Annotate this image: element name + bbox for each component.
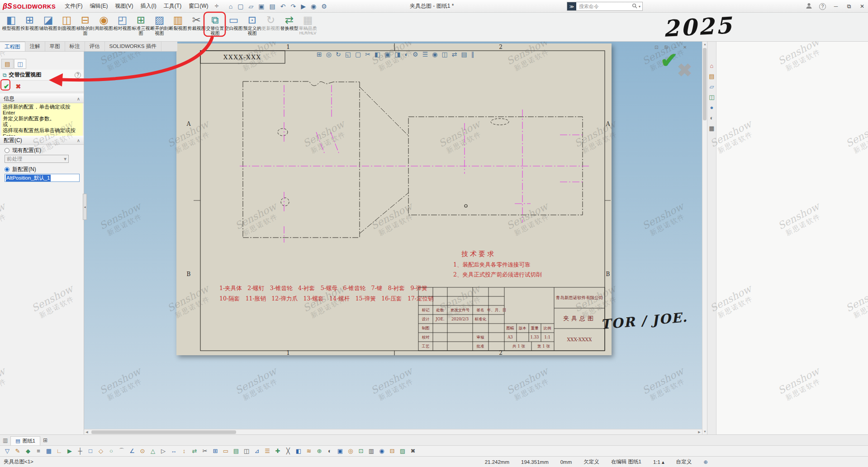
toolbar-icon[interactable]: ↕ <box>180 448 188 454</box>
toolbar-icon[interactable]: ≋ <box>305 448 313 454</box>
radio-unselected-icon[interactable] <box>5 148 9 153</box>
ribbon-button[interactable]: ▥ 断裂视图 <box>169 14 187 31</box>
toolbar-icon[interactable]: ✎ <box>14 448 21 454</box>
status-scale[interactable]: 1:1 ▴ <box>653 459 664 465</box>
toolbar-icon[interactable]: ▣ <box>337 448 344 454</box>
collapse-chevron-icon[interactable]: ∧ <box>77 96 80 101</box>
undo-icon[interactable]: ↶ <box>280 3 286 10</box>
horizontal-scrollbar[interactable]: ◀ ▶ <box>84 429 702 434</box>
toolbar-icon[interactable]: ✖ <box>409 448 417 454</box>
view-tool-icon[interactable]: ◉ <box>432 51 437 58</box>
maximize-button[interactable]: ⧉ <box>846 3 852 10</box>
save-icon[interactable]: ▣ <box>258 3 264 10</box>
toolbar-icon[interactable]: ◇ <box>97 448 104 454</box>
view-tool-icon[interactable]: ◨ <box>394 51 400 58</box>
existing-configuration-select[interactable]: 前处理 ▾ <box>5 155 69 163</box>
globe-icon[interactable]: ⊕ <box>703 459 708 465</box>
new-file-icon[interactable]: ▢ <box>237 3 243 10</box>
toolbar-icon[interactable]: △ <box>149 448 157 454</box>
menu-item[interactable]: 插入(I) <box>137 2 160 10</box>
help-icon[interactable]: ? <box>819 3 826 10</box>
view-tool-icon[interactable]: ✂ <box>365 51 370 58</box>
custom-properties-icon[interactable]: ▦ <box>709 125 714 132</box>
ribbon-button[interactable]: ↻ 更新视图 <box>261 14 280 31</box>
toolbar-icon[interactable]: ✚ <box>274 448 281 454</box>
menu-item[interactable]: 视图(V) <box>112 2 137 10</box>
search-caret-icon[interactable]: ▾ <box>639 5 640 9</box>
minimize-button[interactable]: ─ <box>833 3 839 10</box>
panel-splitter-handle[interactable]: ◂ <box>83 194 87 220</box>
ribbon-button[interactable]: ◫ 剖面视图 <box>57 14 76 31</box>
existing-configuration-radio[interactable]: 现有配置(E) <box>5 147 41 154</box>
commandmanager-tab[interactable]: 评估 <box>85 42 105 51</box>
toolbar-icon[interactable]: ✂ <box>201 448 209 454</box>
toolbar-icon[interactable]: ⊞ <box>212 448 219 454</box>
toolbar-icon[interactable]: ⊟ <box>389 448 396 454</box>
horizontal-scroll-thumb[interactable] <box>91 430 236 434</box>
vertical-scrollbar[interactable]: ▲ ▼ <box>702 42 707 434</box>
view-palette-icon[interactable]: ◫ <box>709 94 714 100</box>
view-tool-icon[interactable]: ☰ <box>422 51 428 58</box>
ribbon-button[interactable]: ⇄ 替换模型 <box>280 14 299 31</box>
menu-item[interactable]: 编辑(E) <box>86 2 112 10</box>
commandmanager-tab[interactable]: 草图 <box>45 42 65 51</box>
view-tool-icon[interactable]: ↻ <box>336 51 341 58</box>
radio-selected-icon[interactable] <box>5 167 9 172</box>
toolbar-icon[interactable]: ▷ <box>160 448 167 454</box>
scroll-down-icon[interactable]: ▼ <box>702 429 707 434</box>
ribbon-button[interactable]: ⧉ 交替位置视图 <box>206 14 224 36</box>
toolbar-icon[interactable]: ⊙ <box>139 448 146 454</box>
info-section-header[interactable]: 信息 ∧ <box>0 94 84 103</box>
ribbon-button[interactable]: ⊡ 预定义的视图 <box>243 14 261 36</box>
toolbar-icon[interactable]: ◧ <box>295 448 302 454</box>
toolbar-icon[interactable]: ◎ <box>347 448 354 454</box>
ribbon-button[interactable]: ⊟ 移除的剖面 <box>76 14 95 36</box>
view-tool-icon[interactable]: ◫ <box>441 51 447 58</box>
toolbar-icon[interactable]: ▨ <box>399 448 406 454</box>
view-tool-icon[interactable]: ▢ <box>355 51 361 58</box>
ribbon-button[interactable]: ▭ 空白视图 <box>224 14 243 31</box>
toolbar-icon[interactable]: ◉ <box>378 448 385 454</box>
search-input[interactable]: 搜索命令 <box>576 3 632 10</box>
toolbar-icon[interactable]: ⊿ <box>253 448 261 454</box>
search-scope-icon[interactable]: ≫ <box>567 2 576 10</box>
cancel-button[interactable]: ✖ <box>16 83 21 90</box>
ribbon-button[interactable]: ✂ 剪裁视图 <box>187 14 206 31</box>
menu-item[interactable]: 工具(T) <box>160 2 185 10</box>
new-configuration-radio[interactable]: 新配置(N) <box>5 166 36 173</box>
ribbon-button[interactable]: ⊞ 标准三视图 <box>132 14 150 36</box>
toolbar-icon[interactable]: ☰ <box>264 448 271 454</box>
new-configuration-name-input[interactable]: AltPosition_默认_1 <box>5 174 80 182</box>
command-search[interactable]: ≫ 搜索命令 ▾ <box>567 2 643 11</box>
select-arrow-icon[interactable]: ▶ <box>301 3 306 10</box>
account-icon[interactable] <box>806 2 812 10</box>
toolbar-icon[interactable]: □ <box>87 448 94 454</box>
options-gear-icon[interactable]: ⚙ <box>321 3 327 10</box>
redo-icon[interactable]: ↷ <box>290 3 296 10</box>
ok-button[interactable]: ✔ <box>4 82 9 91</box>
view-tool-icon[interactable]: ⇄ <box>452 51 457 58</box>
commandmanager-tab[interactable]: 注解 <box>25 42 45 51</box>
toolbar-icon[interactable]: ╳ <box>285 448 292 454</box>
toolbar-icon[interactable]: ⊡ <box>357 448 365 454</box>
toolbar-icon[interactable]: ◫ <box>243 448 250 454</box>
doc-window-control-icon[interactable]: ⊡ <box>655 45 658 50</box>
ribbon-button[interactable]: ⊞ 投影视图 <box>20 14 39 31</box>
view-tool-icon[interactable]: ⊞ <box>317 51 322 58</box>
view-tool-icon[interactable]: ◱ <box>345 51 351 58</box>
toolbar-icon[interactable]: ≡ <box>35 448 42 454</box>
commandmanager-tab[interactable]: 标注 <box>65 42 85 51</box>
doc-window-control-icon[interactable]: ✕ <box>683 45 687 50</box>
toolbar-icon[interactable]: ▤ <box>232 448 240 454</box>
add-sheet-icon[interactable]: ⊞ <box>43 437 47 443</box>
sheet-tab[interactable]: ▤ 图纸1 <box>10 436 40 445</box>
toolbar-icon[interactable]: ⇄ <box>191 448 198 454</box>
close-button[interactable]: ✕ <box>859 3 865 10</box>
view-tool-icon[interactable]: ▣ <box>384 51 390 58</box>
toolbar-icon[interactable]: ↔ <box>170 448 177 454</box>
sw-resources-icon[interactable]: ⌂ <box>710 62 714 69</box>
configuration-section-header[interactable]: 配置(C) ∧ <box>0 136 84 145</box>
ribbon-button[interactable]: ◉ 局部视图 <box>95 14 113 31</box>
view-tool-icon[interactable]: ∥ <box>471 51 474 58</box>
search-icon[interactable] <box>632 3 637 10</box>
